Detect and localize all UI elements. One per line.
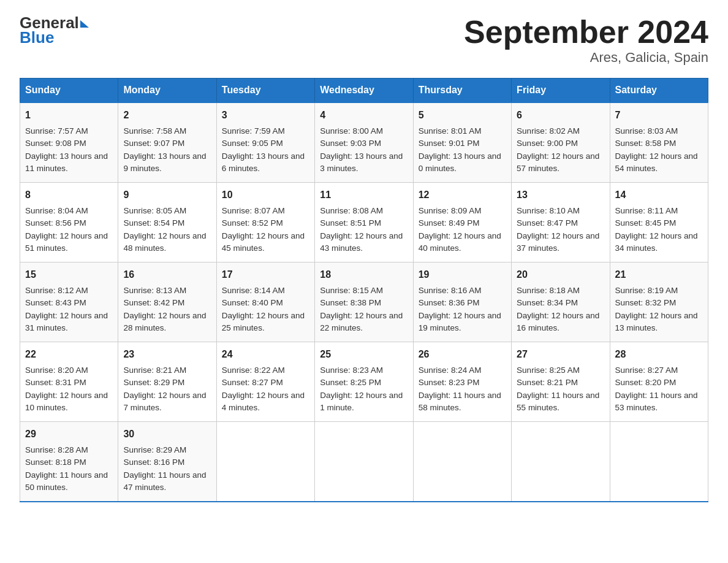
day-number: 1: [25, 108, 113, 123]
daylight-label: Daylight: 13 hours and 9 minutes.: [123, 151, 206, 173]
calendar-cell: 3 Sunrise: 7:59 AM Sunset: 9:05 PM Dayli…: [216, 102, 314, 183]
daylight-label: Daylight: 12 hours and 37 minutes.: [517, 231, 599, 253]
calendar-cell: 2 Sunrise: 7:58 AM Sunset: 9:07 PM Dayli…: [118, 102, 216, 183]
calendar-cell: 14 Sunrise: 8:11 AM Sunset: 8:45 PM Dayl…: [610, 183, 708, 262]
daylight-label: Daylight: 11 hours and 55 minutes.: [517, 391, 599, 412]
calendar-cell: 13 Sunrise: 8:10 AM Sunset: 8:47 PM Dayl…: [512, 183, 610, 262]
day-number: 27: [517, 347, 604, 362]
day-number: 24: [222, 347, 309, 362]
sunset-label: Sunset: 8:31 PM: [25, 378, 86, 387]
sunset-label: Sunset: 8:32 PM: [615, 298, 677, 307]
day-number: 8: [25, 188, 113, 202]
daylight-label: Daylight: 12 hours and 34 minutes.: [615, 231, 698, 253]
daylight-label: Daylight: 12 hours and 10 minutes.: [25, 391, 108, 412]
day-number: 18: [320, 267, 408, 282]
calendar-cell: 29 Sunrise: 8:28 AM Sunset: 8:18 PM Dayl…: [20, 422, 118, 502]
day-number: 20: [517, 267, 604, 282]
sunrise-label: Sunrise: 8:21 AM: [123, 366, 186, 375]
day-number: 7: [615, 108, 703, 123]
sunrise-label: Sunrise: 8:14 AM: [222, 286, 285, 295]
sunrise-label: Sunrise: 8:27 AM: [615, 366, 678, 375]
calendar-cell: 10 Sunrise: 8:07 AM Sunset: 8:52 PM Dayl…: [216, 183, 314, 262]
sunrise-label: Sunrise: 8:16 AM: [419, 286, 482, 295]
calendar-cell: 27 Sunrise: 8:25 AM Sunset: 8:21 PM Dayl…: [512, 342, 610, 422]
day-number: 22: [25, 347, 113, 362]
calendar-cell: [315, 422, 413, 502]
day-number: 23: [123, 347, 211, 362]
calendar-week-row: 22 Sunrise: 8:20 AM Sunset: 8:31 PM Dayl…: [20, 342, 708, 422]
col-thursday: Thursday: [413, 79, 511, 103]
sunset-label: Sunset: 8:23 PM: [419, 378, 480, 387]
calendar-cell: 12 Sunrise: 8:09 AM Sunset: 8:49 PM Dayl…: [413, 183, 511, 262]
calendar-cell: 8 Sunrise: 8:04 AM Sunset: 8:56 PM Dayli…: [20, 183, 118, 262]
logo-text-blue: Blue: [20, 29, 89, 45]
day-number: 14: [615, 188, 703, 202]
sunrise-label: Sunrise: 8:12 AM: [25, 286, 88, 295]
calendar-cell: 5 Sunrise: 8:01 AM Sunset: 9:01 PM Dayli…: [413, 102, 511, 183]
sunrise-label: Sunrise: 8:25 AM: [517, 366, 580, 375]
daylight-label: Daylight: 12 hours and 48 minutes.: [123, 231, 206, 253]
sunset-label: Sunset: 8:40 PM: [222, 298, 283, 307]
daylight-label: Daylight: 11 hours and 58 minutes.: [419, 391, 501, 412]
day-number: 30: [123, 427, 211, 442]
day-number: 16: [123, 267, 211, 282]
day-number: 12: [419, 188, 506, 202]
calendar-week-row: 8 Sunrise: 8:04 AM Sunset: 8:56 PM Dayli…: [20, 183, 708, 262]
calendar-cell: [512, 422, 610, 502]
calendar-cell: 21 Sunrise: 8:19 AM Sunset: 8:32 PM Dayl…: [610, 262, 708, 342]
sunrise-label: Sunrise: 8:24 AM: [419, 366, 482, 375]
sunrise-label: Sunrise: 8:29 AM: [123, 445, 186, 454]
col-wednesday: Wednesday: [315, 79, 413, 103]
col-saturday: Saturday: [610, 79, 708, 103]
daylight-label: Daylight: 12 hours and 57 minutes.: [517, 151, 599, 173]
day-number: 2: [123, 108, 211, 123]
calendar-cell: 26 Sunrise: 8:24 AM Sunset: 8:23 PM Dayl…: [413, 342, 511, 422]
sunrise-label: Sunrise: 8:22 AM: [222, 366, 285, 375]
sunrise-label: Sunrise: 8:18 AM: [517, 286, 580, 295]
day-number: 9: [123, 188, 211, 202]
day-number: 10: [222, 188, 309, 202]
calendar-week-row: 15 Sunrise: 8:12 AM Sunset: 8:43 PM Dayl…: [20, 262, 708, 342]
daylight-label: Daylight: 13 hours and 6 minutes.: [222, 151, 305, 173]
calendar-cell: 25 Sunrise: 8:23 AM Sunset: 8:25 PM Dayl…: [315, 342, 413, 422]
daylight-label: Daylight: 12 hours and 31 minutes.: [25, 311, 108, 332]
calendar-cell: 17 Sunrise: 8:14 AM Sunset: 8:40 PM Dayl…: [216, 262, 314, 342]
daylight-label: Daylight: 12 hours and 22 minutes.: [320, 311, 403, 332]
sunset-label: Sunset: 8:43 PM: [25, 298, 86, 307]
day-number: 13: [517, 188, 604, 202]
sunset-label: Sunset: 8:49 PM: [419, 218, 480, 228]
day-number: 21: [615, 267, 703, 282]
col-monday: Monday: [118, 79, 216, 103]
title-block: September 2024 Ares, Galicia, Spain: [464, 15, 708, 66]
daylight-label: Daylight: 11 hours and 53 minutes.: [615, 391, 698, 412]
sunset-label: Sunset: 8:18 PM: [25, 458, 86, 467]
calendar-title: September 2024: [464, 15, 708, 50]
calendar-subtitle: Ares, Galicia, Spain: [464, 50, 708, 66]
sunset-label: Sunset: 8:42 PM: [123, 298, 184, 307]
daylight-label: Daylight: 12 hours and 16 minutes.: [517, 311, 599, 332]
day-number: 17: [222, 267, 309, 282]
sunset-label: Sunset: 8:38 PM: [320, 298, 381, 307]
calendar-cell: [413, 422, 511, 502]
sunset-label: Sunset: 8:27 PM: [222, 378, 283, 387]
sunrise-label: Sunrise: 8:20 AM: [25, 366, 88, 375]
sunrise-label: Sunrise: 7:59 AM: [222, 126, 285, 136]
daylight-label: Daylight: 12 hours and 54 minutes.: [615, 151, 698, 173]
day-number: 19: [419, 267, 506, 282]
sunset-label: Sunset: 8:36 PM: [419, 298, 480, 307]
calendar-cell: 18 Sunrise: 8:15 AM Sunset: 8:38 PM Dayl…: [315, 262, 413, 342]
day-number: 6: [517, 108, 604, 123]
sunrise-label: Sunrise: 8:01 AM: [419, 126, 482, 136]
daylight-label: Daylight: 13 hours and 0 minutes.: [419, 151, 501, 173]
calendar-cell: 30 Sunrise: 8:29 AM Sunset: 8:16 PM Dayl…: [118, 422, 216, 502]
calendar-cell: 19 Sunrise: 8:16 AM Sunset: 8:36 PM Dayl…: [413, 262, 511, 342]
daylight-label: Daylight: 12 hours and 51 minutes.: [25, 231, 108, 253]
sunset-label: Sunset: 8:34 PM: [517, 298, 578, 307]
day-number: 11: [320, 188, 408, 202]
calendar-cell: 9 Sunrise: 8:05 AM Sunset: 8:54 PM Dayli…: [118, 183, 216, 262]
sunset-label: Sunset: 8:16 PM: [123, 458, 184, 467]
sunset-label: Sunset: 8:21 PM: [517, 378, 578, 387]
daylight-label: Daylight: 12 hours and 45 minutes.: [222, 231, 305, 253]
sunrise-label: Sunrise: 8:28 AM: [25, 445, 88, 454]
calendar-cell: 11 Sunrise: 8:08 AM Sunset: 8:51 PM Dayl…: [315, 183, 413, 262]
